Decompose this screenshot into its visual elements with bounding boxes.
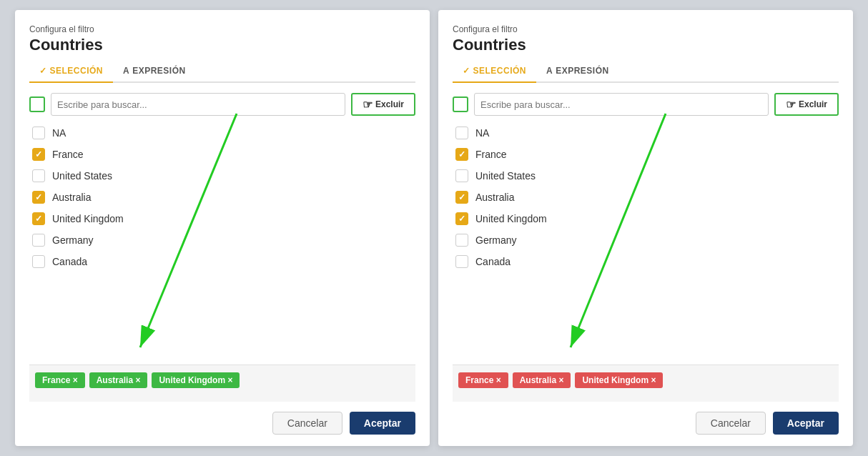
checkbox-us-right[interactable] bbox=[455, 169, 468, 182]
tab-selection-label-left: SELECCIÓN bbox=[50, 66, 104, 76]
tag-australia-left[interactable]: Australia × bbox=[89, 372, 148, 388]
cancel-button-right[interactable]: Cancelar bbox=[696, 412, 766, 435]
checkbox-germany-right[interactable] bbox=[455, 234, 468, 247]
country-name-right: France bbox=[475, 149, 507, 160]
checkbox-australia-right[interactable] bbox=[455, 191, 468, 204]
accept-button-left[interactable]: Aceptar bbox=[350, 412, 415, 435]
checkbox-na-left[interactable] bbox=[32, 127, 45, 139]
list-item: NA bbox=[453, 123, 839, 143]
checkbox-germany-left[interactable] bbox=[32, 234, 45, 247]
list-item: France bbox=[29, 144, 415, 164]
checkbox-australia-left[interactable] bbox=[32, 191, 45, 204]
checkbox-france-left[interactable] bbox=[32, 148, 45, 161]
tab-expression-label-left: EXPRESIÓN bbox=[132, 66, 186, 76]
search-input-right[interactable] bbox=[474, 93, 769, 116]
panel-title-left: Countries bbox=[29, 36, 415, 54]
list-item: United Kingdom bbox=[29, 209, 415, 229]
country-name-left: Germany bbox=[52, 234, 94, 246]
excluir-button-left[interactable]: ☞ Excluir bbox=[351, 93, 415, 116]
list-item: United States bbox=[453, 166, 839, 186]
footer-left: Cancelar Aceptar bbox=[29, 412, 415, 435]
checkmark-icon-right: ✓ bbox=[463, 66, 470, 76]
tab-expression-right[interactable]: A EXPRESIÓN bbox=[536, 61, 619, 81]
filter-panel-left: Configura el filtro Countries ✓ SELECCIÓ… bbox=[15, 10, 430, 446]
filter-panel-right: Configura el filtro Countries ✓ SELECCIÓ… bbox=[438, 10, 853, 446]
country-name-right: United Kingdom bbox=[475, 213, 547, 224]
checkbox-uk-left[interactable] bbox=[32, 212, 45, 225]
checkbox-na-right[interactable] bbox=[455, 127, 468, 139]
tab-expression-label-right: EXPRESIÓN bbox=[556, 66, 609, 76]
excluir-button-right[interactable]: ☞ Excluir bbox=[774, 93, 839, 116]
country-list-right: NA France United States Australia United… bbox=[453, 123, 839, 357]
list-item: Canada bbox=[29, 252, 415, 272]
footer-right: Cancelar Aceptar bbox=[453, 412, 839, 435]
tag-france-left[interactable]: France × bbox=[35, 372, 85, 388]
country-name-left: France bbox=[52, 149, 84, 160]
tags-area-left: France × Australia × United Kingdom × bbox=[29, 365, 415, 402]
list-item: NA bbox=[29, 123, 415, 143]
country-name-right: United States bbox=[475, 170, 536, 182]
list-item: United States bbox=[29, 166, 415, 186]
list-item: Germany bbox=[453, 230, 839, 250]
configure-label-right: Configura el filtro bbox=[453, 24, 839, 34]
country-name-right: Germany bbox=[475, 234, 517, 246]
tag-uk-left[interactable]: United Kingdom × bbox=[152, 372, 240, 388]
country-name-right: Canada bbox=[475, 256, 511, 267]
tabs-left: ✓ SELECCIÓN A EXPRESIÓN bbox=[29, 61, 415, 83]
checkbox-france-right[interactable] bbox=[455, 148, 468, 161]
list-item: Germany bbox=[29, 230, 415, 250]
tag-australia-right[interactable]: Australia × bbox=[513, 372, 571, 388]
a-icon-left: A bbox=[123, 66, 129, 76]
tag-uk-right[interactable]: United Kingdom × bbox=[575, 372, 663, 388]
search-row-right: ☞ Excluir bbox=[453, 93, 839, 116]
select-all-checkbox-right[interactable] bbox=[453, 96, 468, 112]
country-name-left: NA bbox=[52, 127, 66, 139]
list-item: Australia bbox=[29, 187, 415, 207]
list-item: United Kingdom bbox=[453, 209, 839, 229]
country-name-right: NA bbox=[475, 127, 489, 139]
search-input-left[interactable] bbox=[51, 93, 345, 116]
tab-selection-right[interactable]: ✓ SELECCIÓN bbox=[453, 61, 536, 83]
country-name-right: Australia bbox=[475, 192, 514, 203]
search-row-left: ☞ Excluir bbox=[29, 93, 415, 116]
tab-selection-left[interactable]: ✓ SELECCIÓN bbox=[29, 61, 113, 83]
checkbox-us-left[interactable] bbox=[32, 169, 45, 182]
tags-area-right: France × Australia × United Kingdom × bbox=[453, 365, 839, 402]
tab-expression-left[interactable]: A EXPRESIÓN bbox=[113, 61, 196, 81]
configure-label-left: Configura el filtro bbox=[29, 24, 415, 34]
panel-title-right: Countries bbox=[453, 36, 839, 54]
checkmark-icon-left: ✓ bbox=[39, 66, 47, 76]
country-list-left: NA France United States Australia United… bbox=[29, 123, 415, 357]
checkbox-canada-right[interactable] bbox=[455, 255, 468, 268]
excluir-label-left: Excluir bbox=[375, 99, 404, 109]
cursor-icon-left: ☞ bbox=[363, 98, 373, 111]
list-item: Australia bbox=[453, 187, 839, 207]
a-icon-right: A bbox=[546, 66, 553, 76]
checkbox-canada-left[interactable] bbox=[32, 255, 45, 268]
country-name-left: Australia bbox=[52, 192, 91, 203]
tag-france-right[interactable]: France × bbox=[458, 372, 508, 388]
select-all-checkbox-left[interactable] bbox=[29, 96, 45, 112]
excluir-label-right: Excluir bbox=[799, 99, 827, 109]
list-item: France bbox=[453, 144, 839, 164]
country-name-left: United Kingdom bbox=[52, 213, 124, 224]
tab-selection-label-right: SELECCIÓN bbox=[473, 66, 527, 76]
cancel-button-left[interactable]: Cancelar bbox=[272, 412, 342, 435]
country-name-left: Canada bbox=[52, 256, 87, 267]
tabs-right: ✓ SELECCIÓN A EXPRESIÓN bbox=[453, 61, 839, 83]
checkbox-uk-right[interactable] bbox=[455, 212, 468, 225]
list-item: Canada bbox=[453, 252, 839, 272]
accept-button-right[interactable]: Aceptar bbox=[773, 412, 839, 435]
country-name-left: United States bbox=[52, 170, 112, 182]
cursor-icon-right: ☞ bbox=[786, 98, 796, 111]
